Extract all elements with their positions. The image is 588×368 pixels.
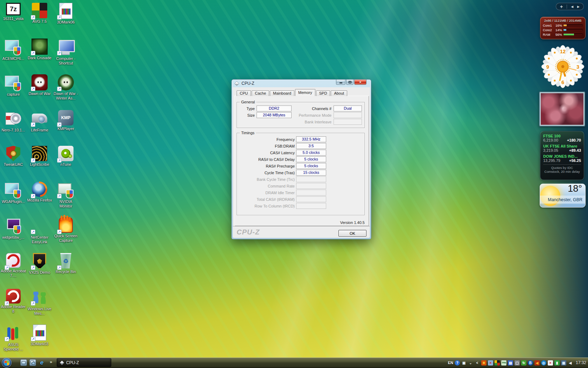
desktop-icon-label: Dawn of War (27, 91, 52, 96)
desktop-icon-dawn-of-war[interactable]: ↗Dawn of War (27, 74, 52, 96)
cpu-meter-row: RAM56% (543, 32, 583, 37)
tab-cache[interactable]: Cache (252, 90, 269, 96)
desktop-icon-16311-vista[interactable]: 7z16311_vista (0, 3, 26, 21)
messenger-offline-tray-icon[interactable]: × (488, 360, 493, 366)
display-tray-icon[interactable]: ▢ (514, 360, 520, 366)
close-button[interactable]: × (354, 80, 366, 85)
tab-memory[interactable]: Memory (295, 89, 315, 96)
stock-change: +89.43 (569, 148, 581, 152)
desktop-icon-dark-crusade[interactable]: ↗Dark Crusade (27, 39, 52, 60)
stock-value: 13,295.79 (543, 158, 560, 163)
desktop-icon-label: WGAPlugin... (0, 199, 26, 204)
switch-windows-icon[interactable] (29, 359, 36, 366)
gadgets-next-button[interactable]: ▶ (577, 5, 580, 8)
desktop-icon-lightscribe[interactable]: ↗LightScribe (27, 146, 52, 167)
cpu-meter-rows: Core116%Core214%RAM56% (543, 23, 583, 37)
desktop-icon-netcenter-easylink[interactable]: ↗NetCenter EasyLink (27, 217, 52, 244)
pcshield-icon (5, 39, 22, 55)
quick-launch-chevron[interactable]: » (50, 359, 52, 364)
stocks-gadget[interactable]: FTSE 1006,219.00+180.70UK FTSE All Share… (540, 131, 584, 180)
timing-label: Row To Column (tRCD) (240, 204, 296, 208)
timing-value: 15 clocks (296, 170, 326, 176)
ok-button[interactable]: OK (338, 230, 366, 237)
tab-mainboard[interactable]: Mainboard (270, 90, 294, 96)
cpu-meter-bar-fill (564, 25, 567, 26)
tab-about[interactable]: About (331, 90, 347, 96)
desktop-icon-quick-screen-capture[interactable]: ↗Quick Screen Capture (53, 217, 79, 243)
help-tray-icon[interactable]: ? (455, 360, 460, 366)
desktop-icon-vx2s-demo[interactable]: ↗VX2S Demo (27, 253, 52, 275)
cpuz-taskbar-label: CPU-Z (66, 360, 79, 365)
desktop-icon-kmplayer[interactable]: KMP↗KMPlayer (53, 110, 79, 131)
desktop-icon-acemcp6[interactable]: ACEMCP6... (0, 39, 26, 61)
desktop-icon-dawn-of-war-winter-as[interactable]: ↗Dawn of War - Winter As... (53, 74, 79, 101)
show-desktop-icon[interactable] (20, 359, 27, 366)
desktop-icon-capture[interactable]: capture (0, 74, 26, 97)
desktop-icon-label: Computer - Shortcut (53, 56, 79, 66)
desktop-icon-nvidia-monitor[interactable]: ↗NVIDIA Monitor (53, 182, 79, 209)
desktop-icon-windows-live-mes[interactable]: ↗Windows Live Mes... (27, 289, 52, 316)
cpuz-taskbar-button[interactable]: CPU-Z (57, 358, 111, 367)
shortcut-arrow-icon: ↗ (57, 51, 62, 55)
pcshield-icon (5, 182, 22, 198)
cpu-meter-percent: 16% (554, 23, 562, 27)
language-indicator[interactable]: EN (448, 361, 453, 365)
timings-rows: Frequency332.5 MHzFSB:DRAM3:5CAS# Latenc… (240, 136, 328, 209)
window-tray-icon[interactable]: ▤ (508, 360, 513, 366)
desktop-icon-recycle-bin[interactable]: ♻↗Recycle Bin (53, 253, 79, 274)
maximize-button[interactable] (346, 80, 354, 85)
update-tray-icon[interactable]: ↻ (521, 360, 526, 366)
minimize-button[interactable] (336, 80, 345, 85)
tpm-tray-icon[interactable]: TPM (501, 360, 506, 366)
netcenter-tray-icon[interactable]: ◎ (541, 360, 546, 366)
desktop-icon-mozilla-firefox[interactable]: ↗Mozilla Firefox (27, 182, 52, 203)
desktop-icon-nero-7-10-1[interactable]: Nero-7.10.1... (0, 110, 26, 132)
photo-slideshow-gadget[interactable] (539, 91, 585, 127)
add-gadget-button[interactable]: + (560, 4, 563, 9)
stock-item[interactable]: DOW JONES IND...13,295.79+56.25 (543, 154, 581, 164)
gadgets-prev-button[interactable]: ◀ (571, 5, 573, 8)
start-button[interactable] (2, 358, 12, 368)
bluetooth-tray-icon[interactable]: B (528, 360, 533, 366)
internet-explorer-icon[interactable]: e (38, 359, 45, 366)
collapse-tray-icon[interactable]: < (475, 360, 480, 366)
timing-row: Bank Cycle Time (Trc) (240, 176, 328, 183)
graph-error-tray-icon[interactable]: × (548, 360, 553, 366)
restore-window-tray-icon[interactable]: ▣ (461, 360, 467, 366)
network-tray-icon[interactable]: ▦ (561, 360, 566, 366)
desktop-icon-asus-splendid[interactable]: ↗ASUS Splendid ... (0, 325, 26, 352)
shortcut-arrow-icon: ↗ (57, 15, 62, 20)
quick-capture-tray-icon[interactable]: ✳ (481, 360, 486, 366)
tab-spd[interactable]: SPD (316, 90, 330, 96)
desktop-icon-3dmark03[interactable]: ↗3DMark03 (27, 325, 52, 346)
desktop-icon-wgaplugin[interactable]: WGAPlugin... (0, 182, 26, 204)
desktop-icon-avg-7-5[interactable]: ↗AVG 7.5 (27, 3, 52, 24)
taskbar-clock[interactable]: 17:32 (576, 360, 586, 365)
speaker-tray-icon[interactable]: ◀ (568, 360, 573, 366)
desktop-icon-label: Recycle Bin (53, 270, 79, 274)
desktop-icon-tweakuac[interactable]: TweakUAC (0, 146, 26, 167)
cpu-meter-gadget[interactable]: 2x86 / 1121MB / 2014MB Core116%Core214%R… (540, 17, 586, 39)
desktop-icon-label: Nero-7.10.1... (0, 128, 26, 132)
desktop-icon-ntune[interactable]: ↗nTune (53, 146, 79, 167)
desktop-icon-computer-shortcut[interactable]: ↗Computer - Shortcut (53, 39, 79, 66)
clock-gadget[interactable]: 12 3 6 9 (541, 44, 585, 89)
expand-caret-icon[interactable]: ⌄ (468, 360, 473, 366)
desktop-icon-adobe-acrobat-7[interactable]: ↗Adobe Acrobat 7.... (0, 253, 26, 278)
volume-mixer-tray-icon[interactable]: ◀ (534, 360, 540, 366)
desktop-icon-lifeframe[interactable]: ↗LifeFrame (27, 110, 52, 132)
desktop-icon-widgetstw[interactable]: Y!widgetstw_... (0, 217, 26, 240)
power-tray-icon[interactable]: ▮ (554, 360, 560, 366)
stock-name: UK FTSE All Share (543, 144, 581, 148)
desktop-icon-3dmark06[interactable]: ↗3DMark06 (53, 3, 79, 25)
weather-gadget[interactable]: 18° Manchester, GBR (540, 184, 586, 207)
desktop-icon-label: LifeFrame (27, 128, 52, 132)
avg-tray-icon[interactable] (495, 360, 500, 366)
desktop-icon-label: Quick Screen Capture (53, 234, 79, 243)
stock-item[interactable]: UK FTSE All Share3,219.05+89.43 (543, 143, 581, 154)
stock-item[interactable]: FTSE 1006,219.00+180.70 (543, 133, 581, 143)
tab-cpu[interactable]: CPU (237, 90, 251, 96)
size-value: 2048 MBytes (257, 112, 292, 118)
cpu-meter-bar-fill (564, 34, 574, 35)
desktop-icon-adobe-reader-8[interactable]: ↗Adobe Reader 8 (0, 289, 26, 314)
